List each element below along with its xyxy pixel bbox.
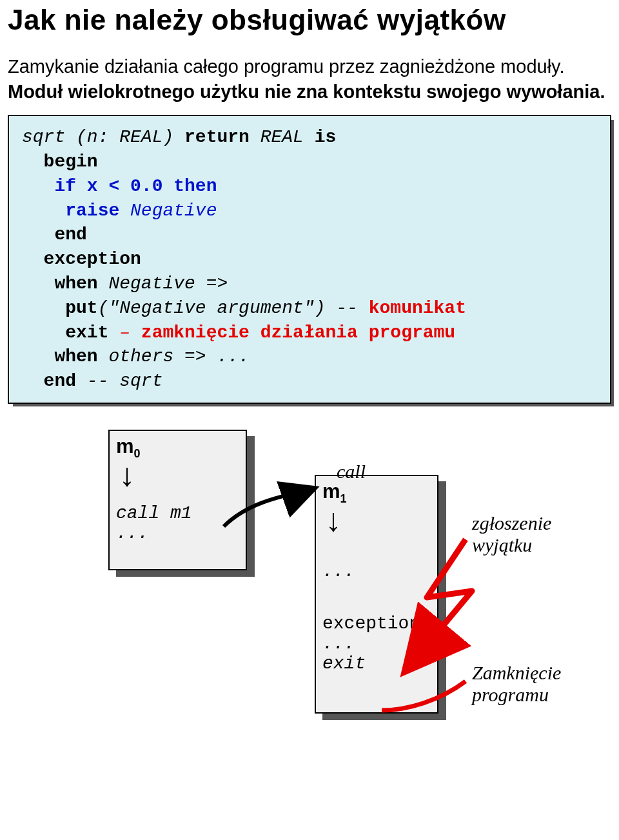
- m0-m: m: [116, 435, 134, 457]
- code-kw-begin: begin: [44, 152, 98, 172]
- m0-call: call m1: [116, 503, 239, 523]
- code-if: if x < 0.0 then: [54, 176, 217, 196]
- m0-label: m0: [116, 435, 239, 461]
- code-sig-open: (n: REAL): [65, 127, 184, 147]
- code-put-arg: ("Negative argument") --: [98, 298, 369, 318]
- ann-raise-1: zgłoszenie: [472, 512, 551, 534]
- ann-raise-2: wyjątku: [472, 534, 532, 555]
- code-exception: exception: [44, 249, 141, 269]
- code-exit: exit: [65, 323, 108, 343]
- m1-exit: exit: [322, 654, 431, 674]
- down-arrow-icon: ↓: [117, 465, 239, 490]
- code-raise-arg: Negative: [119, 201, 217, 221]
- code-when-arg: Negative =>: [98, 274, 228, 294]
- code-example: sqrt (n: REAL) return REAL is begin if x…: [8, 115, 611, 404]
- module-m0: m0 ↓ call m1 ...: [108, 430, 247, 570]
- code-kw-is: is: [315, 127, 337, 147]
- code-end: end: [54, 225, 86, 245]
- code-when: when: [54, 274, 97, 294]
- code-raise: raise: [65, 201, 119, 221]
- code-sig-sqrt: sqrt: [22, 127, 65, 147]
- code-exit-red: zamknięcie działania programu: [141, 323, 455, 343]
- m0-sub: 0: [134, 447, 141, 460]
- ann-close-1: Zamknięcie: [472, 662, 561, 683]
- code-end-tail: -- sqrt: [76, 371, 162, 391]
- para-plain: Zamykanie działania całego programu prze…: [8, 56, 565, 77]
- down-arrow-icon-2: ↓: [324, 510, 431, 535]
- code-put-red: komunikat: [369, 298, 466, 318]
- code-put: put: [65, 298, 97, 318]
- para-bold: Moduł wielokrotnego użytku nie zna konte…: [8, 81, 605, 102]
- code-sig-after: REAL: [250, 127, 315, 147]
- m1-exception: exception: [322, 614, 431, 634]
- code-when2: when: [54, 346, 97, 366]
- m1-label: m1: [322, 480, 431, 506]
- call-label: call: [337, 461, 366, 483]
- code-end-final: end: [44, 371, 76, 391]
- m1-m: m: [322, 480, 340, 503]
- m1-dots: ...: [322, 561, 431, 581]
- code-when2-arg: others => ...: [98, 346, 250, 366]
- ann-close-2: programu: [472, 684, 549, 705]
- code-kw-return: return: [184, 127, 250, 147]
- m1-sub: 1: [340, 492, 347, 505]
- call-diagram: m0 ↓ call m1 ... m1 ↓ ... exception ... …: [104, 430, 611, 739]
- intro-paragraph: Zamykanie działania całego programu prze…: [8, 54, 611, 105]
- slide-title: Jak nie należy obsługiwać wyjątków: [8, 4, 611, 36]
- ann-close: Zamknięcie programu: [472, 662, 561, 706]
- ann-raise: zgłoszenie wyjątku: [472, 512, 551, 556]
- code-exit-dash: –: [108, 323, 141, 343]
- code-box: sqrt (n: REAL) return REAL is begin if x…: [8, 115, 611, 404]
- module-m1: m1 ↓ ... exception ... exit: [315, 475, 438, 714]
- m1-dots2: ...: [322, 634, 431, 654]
- m0-dots: ...: [116, 523, 239, 543]
